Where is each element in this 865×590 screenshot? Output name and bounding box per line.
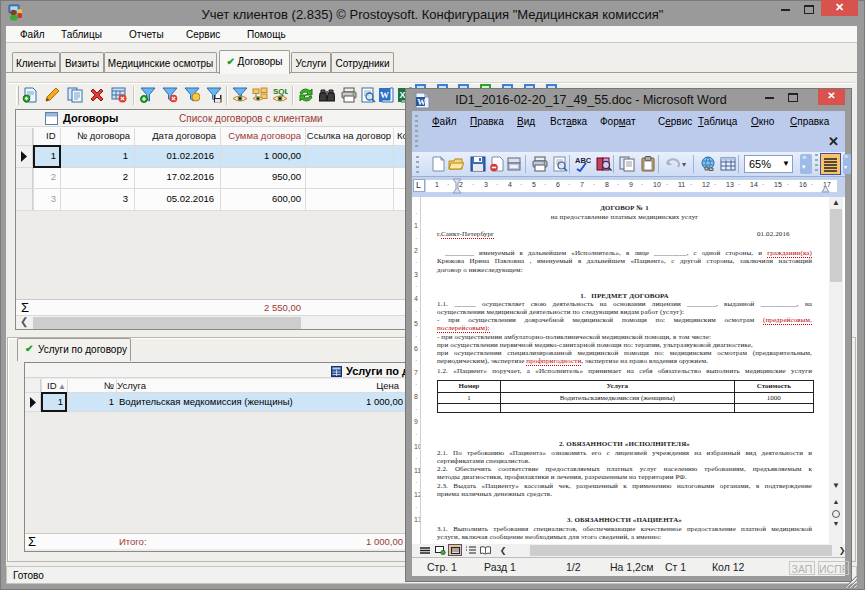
svg-text:SQL: SQL [273,87,288,96]
svg-text:W: W [417,97,426,107]
svg-text:X: X [400,90,406,100]
svg-text:W: W [380,90,389,100]
svg-text:ABC: ABC [575,156,591,165]
